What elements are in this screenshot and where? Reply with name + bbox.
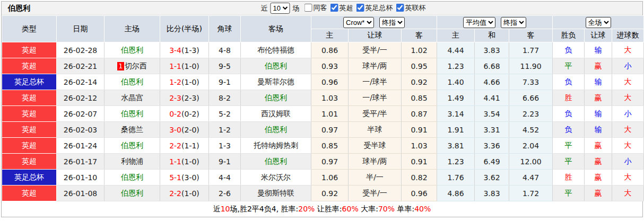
scope-dropdown-cell: 全场 — [553, 16, 644, 29]
cell-result: 平 — [553, 58, 585, 74]
checkbox-英足总杯[interactable] — [356, 4, 364, 12]
checkbox-同客[interactable] — [304, 4, 312, 12]
home-team-link[interactable]: 利物浦 — [121, 157, 143, 165]
away-team-link[interactable]: 伯恩利 — [265, 61, 287, 70]
cell-odds-handicap: 球半/两 — [349, 154, 402, 170]
home-team-link[interactable]: 伯恩利 — [121, 77, 143, 86]
away-team-link[interactable]: 伯恩利 — [265, 125, 287, 134]
cell-away-team: 伯恩利 — [241, 122, 311, 138]
subheader-result: 胜负 — [553, 29, 585, 42]
home-team-link[interactable]: 伯恩利 — [121, 189, 143, 197]
cell-date: 26-02-14 — [57, 74, 105, 90]
cell-corners: 4-4 — [209, 170, 241, 185]
away-team-link[interactable]: 伯恩利 — [265, 157, 287, 165]
avg-stage-select[interactable]: 终指 — [501, 17, 526, 28]
league-badge: 英足总杯 — [2, 170, 57, 185]
league-filter-英超[interactable]: 英超 — [330, 3, 353, 13]
checkbox-英超[interactable] — [330, 4, 338, 12]
league-filter-同客[interactable]: 同客 — [304, 3, 327, 13]
checkbox-英联杯[interactable] — [396, 4, 404, 12]
cell-home-team: 1切尔西 — [105, 58, 160, 74]
cell-odds-home: 0.85 — [311, 138, 349, 154]
away-team-link[interactable]: 米尔沃尔 — [261, 173, 291, 181]
cell-handicap-result: 赢 — [585, 90, 612, 106]
cell-result: 负 — [553, 122, 585, 138]
match-history-table: 类型 日期 主场 比分(半场) 角球 客场 Crow* 终指 平均值 — [2, 15, 644, 201]
cell-odds-handicap: 球半/两 — [349, 58, 402, 74]
subheader-handicap: 让球 — [349, 29, 402, 42]
league-filter-英联杯[interactable]: 英联杯 — [396, 3, 426, 13]
away-team-link[interactable]: 西汉姆联 — [261, 109, 291, 118]
cell-odds-home: 0.92 — [311, 185, 349, 201]
cell-home-team: 伯恩利 — [105, 106, 160, 122]
home-team-link[interactable]: 切尔西 — [125, 61, 147, 70]
cell-odds-away: 0.87 — [402, 106, 437, 122]
odds-stage-select[interactable]: 终指 — [379, 17, 405, 28]
cell-avg-home: 1.49 — [437, 90, 475, 106]
fulltime-score: 5-1 — [169, 173, 181, 182]
cell-avg-away: 12.00 — [509, 154, 553, 170]
league-badge: 英超 — [2, 122, 57, 138]
cell-avg-draw: 3.62 — [475, 170, 509, 185]
cell-corners: 8-2 — [209, 90, 241, 106]
cell-goals-result: 小 — [612, 154, 644, 170]
cell-handicap-result: 赢 — [585, 185, 612, 201]
matches-label: 场 — [293, 4, 300, 13]
home-team-link[interactable]: 伯恩利 — [121, 141, 143, 149]
fulltime-score: 3-0 — [169, 126, 181, 134]
fulltime-score: 1-1 — [169, 157, 181, 166]
cell-odds-away: 0.82 — [402, 170, 437, 185]
cell-avg-home: 4.86 — [437, 185, 475, 201]
away-team-link[interactable]: 布伦特福德 — [257, 46, 294, 54]
league-badge: 英足总杯 — [2, 74, 57, 90]
summary-text: 单率: — [395, 205, 414, 213]
cell-corners: 2-6 — [209, 185, 241, 201]
cell-handicap-result: 输 — [585, 42, 612, 58]
odds-company-select[interactable]: Crow* — [343, 17, 374, 28]
cell-corners: 4-8 — [209, 42, 241, 58]
avg-type-select[interactable]: 平均值 — [463, 17, 495, 28]
cell-avg-away: 1.72 — [509, 185, 553, 201]
league-badge: 英超 — [2, 138, 57, 154]
away-team-link[interactable]: 伯恩利 — [265, 93, 287, 102]
league-filter-英足总杯[interactable]: 英足总杯 — [356, 3, 393, 13]
cell-odds-handicap: 半球 — [349, 122, 402, 138]
cell-avg-away: 6.66 — [509, 90, 553, 106]
cell-score: 0-2(0-2) — [160, 106, 209, 122]
cell-avg-home: 1.40 — [437, 74, 475, 90]
cell-away-team: 米尔沃尔 — [241, 170, 311, 185]
home-team-link[interactable]: 伯恩利 — [121, 46, 143, 54]
fulltime-score: 3-4 — [169, 46, 181, 55]
league-badge: 英超 — [2, 185, 57, 201]
league-badge: 英超 — [2, 58, 57, 74]
checkbox-label: 英联杯 — [405, 3, 426, 13]
away-team-link[interactable]: 曼彻斯特联 — [257, 189, 294, 197]
recent-matches-select[interactable]: 10 — [271, 3, 290, 14]
cell-avg-home: 3.14 — [437, 106, 475, 122]
cell-odds-away: 0.92 — [402, 74, 437, 90]
home-team-link[interactable]: 桑德兰 — [121, 125, 143, 134]
cell-odds-away: 0.85 — [402, 90, 437, 106]
home-team-link[interactable]: 伯恩利 — [121, 109, 143, 118]
cell-date: 26-01-08 — [57, 185, 105, 201]
home-team-link[interactable]: 水晶宫 — [121, 93, 143, 102]
cell-odds-home: 1.06 — [311, 170, 349, 185]
avg-dropdown-cell: 平均值 终指 — [437, 16, 553, 29]
team-title: 伯恩利 — [8, 4, 30, 13]
halftime-score: (0-2) — [181, 110, 199, 118]
home-team-link[interactable]: 伯恩利 — [121, 173, 143, 181]
away-team-link[interactable]: 曼斯菲尔德 — [257, 77, 294, 86]
halftime-score: (1-1) — [181, 142, 199, 150]
away-team-link[interactable]: 托特纳姆热刺 — [254, 141, 298, 149]
cell-corners: 9-5 — [209, 58, 241, 74]
table-row: 英超26-01-24伯恩利2-2(1-1)1-3托特纳姆热刺0.85受半球1.0… — [2, 138, 644, 154]
fulltime-score: 1-1 — [169, 62, 181, 70]
cell-odds-handicap: 受半/一 — [349, 185, 402, 201]
cell-score: 1-1(1-0) — [160, 58, 209, 74]
halftime-score: (1-0) — [181, 157, 199, 166]
cell-score: 1-2(1-0) — [160, 74, 209, 90]
summary-text: 场,胜2平4负4, 胜率: — [230, 205, 299, 213]
scope-select[interactable]: 全场 — [586, 17, 611, 28]
cell-odds-away: 1.02 — [402, 42, 437, 58]
cell-odds-home: 0.96 — [311, 74, 349, 90]
